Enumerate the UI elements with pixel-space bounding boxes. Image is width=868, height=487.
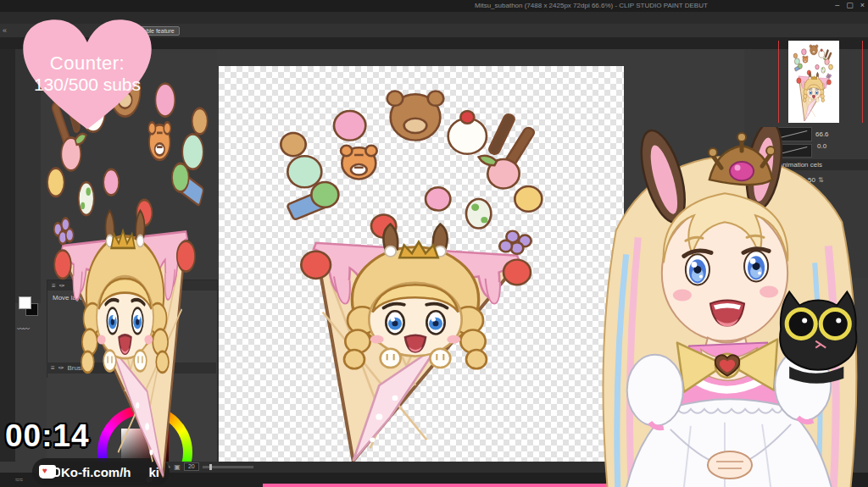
stream-timer: 00:14	[5, 418, 90, 454]
close-button[interactable]: ×	[860, 1, 865, 9]
navigator-view-frame	[778, 41, 863, 123]
window-controls: – ▢ ×	[835, 1, 865, 9]
vtuber-avatar	[588, 127, 868, 487]
sub-counter-widget: Counter: 130/500 subs	[10, 17, 164, 137]
window-title: Mitsu_subathon (7488 x 2425px 72dpi 66.6…	[475, 2, 708, 9]
maximize-button[interactable]: ▢	[846, 1, 854, 9]
canvas-artwork-crepe	[246, 71, 585, 469]
counter-value: 130/500 subs	[10, 75, 164, 95]
minimize-button[interactable]: –	[835, 1, 839, 9]
collapse-icon[interactable]: «	[3, 26, 7, 35]
screen: Mitsu_subathon (7488 x 2425px 72dpi 66.6…	[0, 0, 868, 487]
window-titlebar: Mitsu_subathon (7488 x 2425px 72dpi 66.6…	[0, 0, 868, 12]
counter-label: Counter:	[10, 53, 164, 75]
